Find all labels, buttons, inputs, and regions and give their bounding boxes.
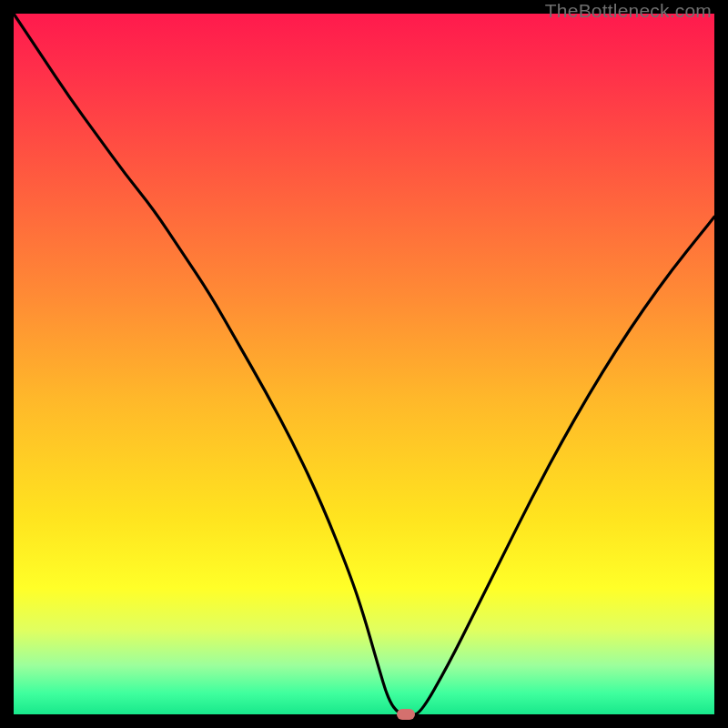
chart-frame: TheBottleneck.com [0, 0, 728, 728]
chart-gradient-background [14, 14, 714, 714]
